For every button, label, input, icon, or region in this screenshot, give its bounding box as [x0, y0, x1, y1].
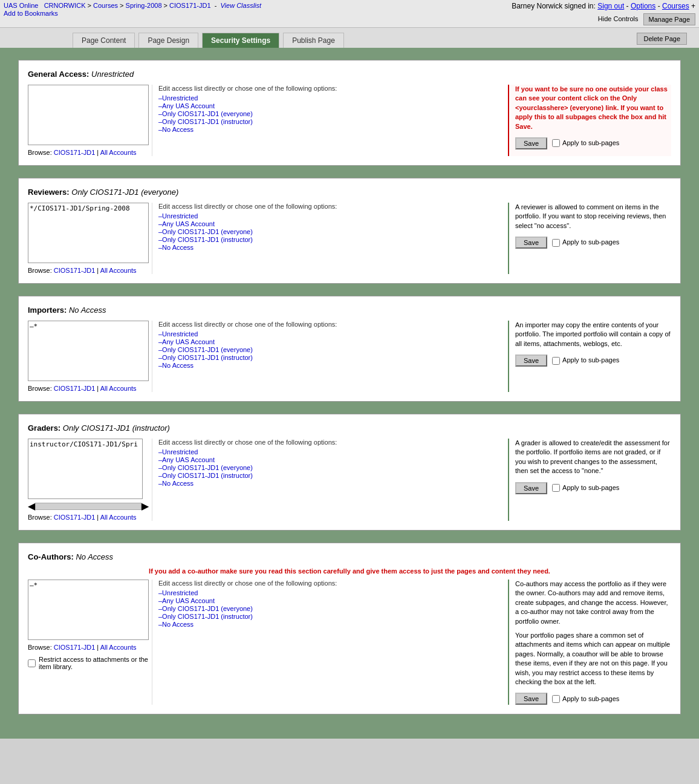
reviewers-option-noaccess[interactable]: –No Access: [158, 244, 505, 251]
reviewers-option-instructor[interactable]: –Only CIOS171-JD1 (instructor): [158, 236, 505, 243]
hide-controls[interactable]: Hide Controls: [598, 15, 639, 22]
graders-browse-all-link[interactable]: All Accounts: [100, 514, 137, 521]
importers-save-button[interactable]: Save: [515, 354, 547, 367]
graders-option-unrestricted[interactable]: –Unrestricted: [158, 448, 505, 456]
options-link[interactable]: Options: [631, 2, 655, 10]
view-classlist-link[interactable]: View Classlist: [220, 2, 261, 9]
general-access-edit-label: Edit access list directly or chose one o…: [158, 85, 505, 92]
general-access-row: Browse: CIOS171-JD1 | All Accounts Edit …: [28, 85, 671, 156]
graders-scroll-area[interactable]: instructor/CIOS171-JD1/Spri: [28, 439, 143, 499]
graders-save-row: Save Apply to sub-pages: [515, 482, 671, 494]
graders-textarea-col: instructor/CIOS171-JD1/Spri ◀ ▶ Browse: …: [28, 439, 149, 521]
tab-bar: Page Content Page Design Security Settin…: [0, 28, 699, 48]
importers-edit-label: Edit access list directly or chose one o…: [158, 321, 505, 328]
importers-browse-class-link[interactable]: CIOS171-JD1: [54, 385, 95, 392]
coauthors-value: No Access: [76, 552, 113, 561]
breadcrumb-courses[interactable]: Courses: [93, 2, 118, 9]
tab-page-design[interactable]: Page Design: [138, 33, 198, 48]
scroll-right-icon[interactable]: ▶: [141, 500, 149, 512]
importers-option-instructor[interactable]: –Only CIOS171-JD1 (instructor): [158, 354, 505, 361]
importers-label: Importers:: [28, 305, 67, 315]
importers-options-col: Edit access list directly or chose one o…: [152, 321, 505, 392]
manage-page-button[interactable]: Manage Page: [643, 13, 696, 25]
reviewers-apply-checkbox[interactable]: [552, 239, 560, 247]
importers-option-unrestricted[interactable]: –Unrestricted: [158, 330, 505, 338]
general-browse-class-link[interactable]: CIOS171-JD1: [54, 149, 95, 156]
breadcrumb-cios171jd1[interactable]: CIOS171-JD1: [169, 2, 210, 9]
breadcrumb: UAS Online CRNORWICK > Courses > Spring-…: [4, 2, 261, 9]
importers-textarea[interactable]: –*: [28, 321, 149, 381]
coauthors-option-any-uas[interactable]: –Any UAS Account: [158, 597, 505, 604]
graders-option-everyone[interactable]: –Only CIOS171-JD1 (everyone): [158, 464, 505, 471]
reviewers-textarea[interactable]: */CIOS171-JD1/Spring-2008: [28, 203, 149, 263]
general-access-textarea[interactable]: [28, 85, 149, 145]
graders-apply-label: Apply to sub-pages: [552, 483, 619, 492]
graders-option-any-uas[interactable]: –Any UAS Account: [158, 456, 505, 463]
tab-page-content[interactable]: Page Content: [73, 33, 135, 48]
general-option-unrestricted[interactable]: –Unrestricted: [158, 94, 505, 102]
coauthors-option-instructor[interactable]: –Only CIOS171-JD1 (instructor): [158, 613, 505, 620]
graders-browse-class-link[interactable]: CIOS171-JD1: [54, 514, 95, 521]
coauthors-save-row: Save Apply to sub-pages: [515, 693, 671, 705]
user-info-text: Barney Norwick signed in:: [512, 2, 596, 10]
importers-section: Importers: No Access –* Browse: CIOS171-…: [18, 296, 681, 402]
coauthors-option-noaccess[interactable]: –No Access: [158, 621, 505, 628]
graders-save-button[interactable]: Save: [515, 482, 547, 494]
coauthors-browse-all-link[interactable]: All Accounts: [100, 644, 137, 651]
importers-apply-label: Apply to sub-pages: [552, 356, 619, 365]
coauthors-textarea[interactable]: –*: [28, 580, 149, 640]
reviewers-option-any-uas[interactable]: –Any UAS Account: [158, 220, 505, 227]
graders-label: Graders:: [28, 423, 60, 433]
coauthors-save-button[interactable]: Save: [515, 693, 547, 705]
uas-online-link[interactable]: UAS Online: [4, 2, 38, 9]
reviewers-option-unrestricted[interactable]: –Unrestricted: [158, 212, 505, 220]
graders-option-noaccess[interactable]: –No Access: [158, 480, 505, 487]
coauthors-row: –* Browse: CIOS171-JD1 | All Accounts Re…: [28, 580, 671, 705]
coauthors-apply-checkbox[interactable]: [552, 695, 560, 703]
coauthors-option-unrestricted[interactable]: –Unrestricted: [158, 589, 505, 596]
reviewers-option-everyone[interactable]: –Only CIOS171-JD1 (everyone): [158, 228, 505, 235]
reviewers-info: A reviewer is allowed to comment on item…: [508, 203, 671, 274]
reviewers-browse-all-link[interactable]: All Accounts: [100, 267, 137, 274]
breadcrumb-spring2008[interactable]: Spring-2008: [126, 2, 162, 9]
sign-out-link[interactable]: Sign out: [597, 2, 624, 10]
importers-option-everyone[interactable]: –Only CIOS171-JD1 (everyone): [158, 346, 505, 353]
graders-browse: Browse: CIOS171-JD1 | All Accounts: [28, 514, 149, 521]
general-apply-checkbox[interactable]: [552, 139, 560, 147]
general-access-header: General Access: Unrestricted: [28, 70, 671, 79]
restrict-checkbox[interactable]: [28, 659, 36, 667]
coauthors-option-everyone[interactable]: –Only CIOS171-JD1 (everyone): [158, 605, 505, 612]
graders-apply-checkbox[interactable]: [552, 484, 560, 492]
delete-page-button[interactable]: Delete Page: [637, 33, 687, 45]
importers-option-noaccess[interactable]: –No Access: [158, 362, 505, 369]
importers-browse: Browse: CIOS171-JD1 | All Accounts: [28, 385, 149, 392]
coauthors-warning: If you add a co-author make sure you rea…: [28, 567, 671, 575]
importers-value: No Access: [69, 305, 106, 315]
importers-apply-checkbox[interactable]: [552, 357, 560, 365]
general-option-instructor[interactable]: –Only CIOS171-JD1 (instructor): [158, 118, 505, 125]
importers-option-any-uas[interactable]: –Any UAS Account: [158, 338, 505, 345]
breadcrumb-crnorwick[interactable]: CRNORWICK: [44, 2, 86, 9]
general-access-value: Unrestricted: [91, 70, 134, 79]
tab-security-settings[interactable]: Security Settings: [202, 33, 279, 48]
importers-info: An importer may copy the entire contents…: [508, 321, 671, 392]
graders-header: Graders: Only CIOS171-JD1 (instructor): [28, 423, 671, 433]
general-save-button[interactable]: Save: [515, 137, 547, 149]
general-option-any-uas[interactable]: –Any UAS Account: [158, 102, 505, 109]
importers-browse-all-link[interactable]: All Accounts: [100, 385, 137, 392]
reviewers-browse-class-link[interactable]: CIOS171-JD1: [54, 267, 95, 274]
add-bookmark-link[interactable]: Add to Bookmarks: [4, 10, 58, 17]
reviewers-save-button[interactable]: Save: [515, 237, 547, 249]
general-browse-all-link[interactable]: All Accounts: [100, 149, 137, 156]
user-info: Barney Norwick signed in: Sign out - Opt…: [512, 2, 695, 10]
general-option-noaccess[interactable]: –No Access: [158, 126, 505, 133]
reviewers-info-text: A reviewer is allowed to comment on item…: [515, 203, 671, 230]
coauthors-info-text-1: Co-authors may access the portfolio as i…: [515, 580, 671, 626]
scroll-left-icon[interactable]: ◀: [28, 500, 35, 512]
courses-link[interactable]: Courses: [662, 2, 689, 10]
general-option-everyone[interactable]: –Only CIOS171-JD1 (everyone): [158, 110, 505, 117]
tab-publish-page[interactable]: Publish Page: [283, 33, 344, 48]
coauthors-browse-class-link[interactable]: CIOS171-JD1: [54, 644, 95, 651]
general-access-label: General Access:: [28, 70, 89, 79]
graders-option-instructor[interactable]: –Only CIOS171-JD1 (instructor): [158, 472, 505, 479]
